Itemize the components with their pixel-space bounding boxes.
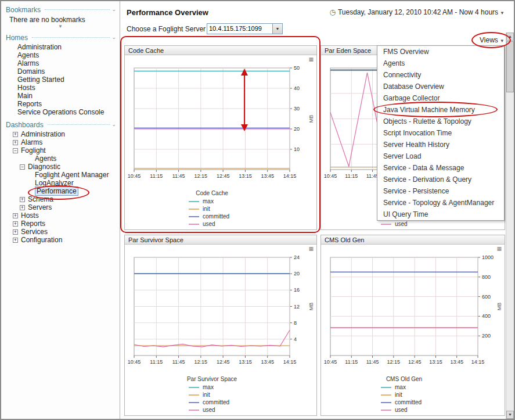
cms_old_gen-chart-svg[interactable]: 200400600800100010:4511:1511:4512:1512:4… — [321, 245, 505, 415]
sidebar-item-service-operations-console[interactable]: Service Operations Console — [1, 108, 120, 116]
menu-item-server-health-history[interactable]: Server Health History — [377, 139, 504, 150]
homes-section-header[interactable]: Homes ⌄ — [6, 33, 116, 42]
cms-old-gen-chart-area[interactable]: 200400600800100010:4511:1511:4512:1512:4… — [321, 245, 505, 415]
sidebar-item-hosts[interactable]: Hosts — [1, 84, 120, 92]
expand-icon[interactable]: + — [13, 213, 18, 218]
menu-item-ui-query-time[interactable]: UI Query Time — [377, 209, 504, 220]
clock-icon: ◷ — [329, 8, 335, 16]
sidebar-item-reports[interactable]: Reports — [1, 100, 120, 108]
dashboards-title: Dashboards — [6, 121, 44, 129]
tree-item-foglight-agent-manager[interactable]: Foglight Agent Manager — [1, 171, 120, 179]
divider — [48, 124, 110, 125]
server-chooser-label: Choose a Foglight Server — [127, 25, 206, 33]
menu-item-objects-rulette-topology[interactable]: Objects - Rulette & Topology — [377, 116, 504, 127]
code-cache-chart-area[interactable]: 102030405010:4511:1511:4512:1512:4513:15… — [125, 55, 316, 229]
tree-item-label: Reports — [21, 220, 45, 228]
tree-item-configuration[interactable]: +Configuration — [1, 236, 120, 244]
tree-item-label: Foglight Agent Manager — [35, 171, 109, 179]
sidebar-item-alarms[interactable]: Alarms — [1, 59, 120, 67]
par_survivor_space-chart-svg[interactable]: 481216202410:4511:1511:4512:1512:4513:15… — [125, 245, 316, 415]
svg-text:used: used — [203, 221, 215, 227]
tree-item-schema[interactable]: +Schema — [1, 195, 120, 203]
vertical-scrollbar[interactable]: ▲ ▼ — [506, 33, 514, 419]
scroll-down-button[interactable]: ▼ — [506, 411, 514, 419]
sidebar-item-agents[interactable]: Agents — [1, 51, 120, 59]
expand-icon[interactable]: + — [20, 205, 25, 210]
expand-icon[interactable]: + — [13, 132, 18, 137]
svg-text:init: init — [395, 392, 402, 398]
tree-item-label: Alarms — [21, 138, 42, 146]
collapse-icon[interactable]: − — [20, 164, 25, 170]
svg-text:MB: MB — [308, 303, 314, 311]
svg-text:committed: committed — [203, 399, 229, 405]
sidebar-item-domains[interactable]: Domains — [1, 67, 120, 76]
svg-text:committed: committed — [203, 213, 229, 220]
tree-item-label: Configuration — [21, 236, 62, 244]
chevron-down-icon[interactable]: ⌄ — [111, 7, 116, 12]
expand-icon[interactable]: + — [13, 221, 18, 227]
svg-text:12:45: 12:45 — [217, 173, 230, 179]
tree-item-alarms[interactable]: +Alarms — [1, 138, 120, 146]
tree-item-reports[interactable]: +Reports — [1, 220, 120, 228]
code_cache-chart-svg[interactable]: 102030405010:4511:1511:4512:1512:4513:15… — [125, 55, 316, 229]
server-select-value: 10.4.115.175:1099 — [207, 24, 272, 34]
menu-item-server-load[interactable]: Server Load — [377, 150, 504, 162]
tree-item-hosts[interactable]: +Hosts — [1, 211, 120, 220]
chart-customizer-icon[interactable]: ▦ — [496, 246, 502, 252]
bookmarks-section-header[interactable]: Bookmarks ⌄ — [6, 5, 116, 14]
sidebar-collapse-icon[interactable]: ▼ — [1, 24, 120, 30]
collapse-icon[interactable]: − — [13, 148, 18, 153]
menu-item-connectivity[interactable]: Connectivity — [377, 69, 504, 81]
expand-icon[interactable]: + — [13, 238, 18, 243]
chart-customizer-icon[interactable]: ▦ — [308, 246, 314, 252]
svg-text:11:15: 11:15 — [150, 173, 163, 179]
views-menu: FMS OverviewAgentsConnectivityDatabase O… — [377, 45, 505, 221]
dashboards-tree: +Administration+Alarms−FoglightAgents−Di… — [1, 130, 120, 244]
menu-item-database-overview[interactable]: Database Overview — [377, 81, 504, 92]
tree-item-services[interactable]: +Services — [1, 228, 120, 236]
bookmarks-empty-text: There are no bookmarks — [9, 16, 120, 24]
svg-text:used: used — [395, 221, 408, 227]
svg-text:11:45: 11:45 — [172, 359, 185, 365]
svg-text:max: max — [203, 384, 214, 390]
tree-item-diagnostic[interactable]: −Diagnostic — [1, 163, 120, 171]
tree-item-administration[interactable]: +Administration — [1, 130, 120, 138]
expand-icon[interactable]: + — [20, 197, 25, 202]
menu-item-service-derivation-query[interactable]: Service - Derivation & Query — [377, 174, 504, 185]
expand-icon[interactable]: + — [13, 140, 18, 145]
server-select[interactable]: 10.4.115.175:1099 ▼ — [207, 23, 283, 34]
views-button[interactable]: Views▼ — [480, 36, 505, 44]
dashboards-section-header[interactable]: Dashboards ⌄ — [6, 120, 116, 129]
tree-item-servers[interactable]: +Servers — [1, 203, 120, 211]
chevron-down-icon[interactable]: ⌄ — [111, 122, 116, 127]
menu-item-service-topology-agentmanager[interactable]: Service - Topology & AgentManager — [377, 197, 504, 209]
svg-text:600: 600 — [482, 294, 491, 300]
scroll-thumb[interactable] — [506, 41, 514, 92]
menu-item-service-data-message[interactable]: Service - Data & Message — [377, 162, 504, 174]
menu-item-fms-overview[interactable]: FMS Overview — [377, 46, 504, 58]
tree-item-agents[interactable]: Agents — [1, 155, 120, 163]
par-survivor-space-chart-area[interactable]: 481216202410:4511:1511:4512:1512:4513:15… — [125, 245, 316, 415]
chart-customizer-icon[interactable]: ▦ — [308, 56, 314, 62]
tree-item-loganalyzer[interactable]: LogAnalyzer — [1, 179, 120, 187]
chevron-down-icon[interactable]: ⌄ — [111, 35, 116, 40]
panel-title: Par Survivor Space — [125, 235, 316, 245]
svg-text:Code Cache: Code Cache — [196, 190, 228, 196]
svg-text:init: init — [203, 392, 210, 398]
dropdown-arrow-icon[interactable]: ▼ — [272, 24, 282, 34]
svg-text:30: 30 — [294, 106, 300, 112]
menu-item-agents[interactable]: Agents — [377, 58, 504, 69]
svg-text:10:45: 10:45 — [128, 173, 141, 179]
sidebar-item-main[interactable]: Main — [1, 92, 120, 100]
menu-item-java-virtual-machine-memory[interactable]: Java Virtual Machine Memory — [377, 104, 504, 116]
sidebar-item-getting-started[interactable]: Getting Started — [1, 76, 120, 84]
scroll-up-button[interactable]: ▲ — [506, 33, 514, 41]
menu-item-garbage-collector[interactable]: Garbage Collector — [377, 92, 504, 104]
time-range-control[interactable]: ◷Tuesday, January 12, 2010 10:42 AM - No… — [329, 8, 505, 16]
menu-item-script-invocation-time[interactable]: Script Invocation Time — [377, 127, 504, 139]
tree-item-performance[interactable]: Performance — [1, 187, 120, 195]
menu-item-service-persistence[interactable]: Service - Persistence — [377, 185, 504, 197]
sidebar-item-administration[interactable]: Administration — [1, 43, 120, 51]
expand-icon[interactable]: + — [13, 229, 18, 235]
tree-item-foglight[interactable]: −Foglight — [1, 146, 120, 155]
